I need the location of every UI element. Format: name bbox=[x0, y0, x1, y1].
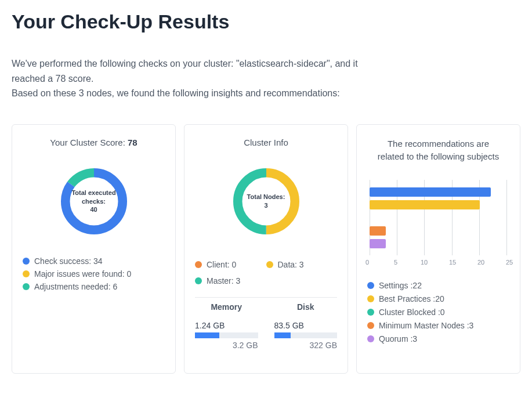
cluster-legend-item: Master: 3 bbox=[195, 276, 266, 285]
score-donut-center: Total executed checks: 40 bbox=[56, 164, 132, 239]
legend-dot-icon bbox=[367, 295, 374, 302]
x-tick-label: 25 bbox=[506, 259, 513, 266]
score-center-value: 40 bbox=[90, 205, 97, 214]
reco-bar-chart bbox=[370, 180, 507, 255]
cluster-heading: Cluster Info bbox=[195, 138, 337, 147]
score-center-label: Total executed checks: bbox=[64, 189, 124, 205]
legend-dot-icon bbox=[367, 335, 374, 342]
x-tick-label: 15 bbox=[449, 259, 456, 266]
reco-bar bbox=[370, 200, 480, 209]
disk-label: Disk bbox=[274, 302, 338, 312]
reco-legend-label: Best Practices :20 bbox=[379, 294, 444, 303]
reco-legend-item: Quorum :3 bbox=[367, 334, 509, 343]
score-legend-label: Check success: 34 bbox=[34, 256, 103, 266]
score-legend-item: Adjustments needed: 6 bbox=[23, 282, 165, 291]
legend-dot-icon bbox=[23, 258, 30, 265]
cluster-legend-item: Client: 0 bbox=[195, 260, 266, 269]
disk-resource: Disk 83.5 GB 322 GB bbox=[274, 302, 338, 350]
cluster-card: Cluster Info Total Nodes: 3 Client: 0Dat… bbox=[184, 124, 348, 374]
cluster-donut-center: Total Nodes: 3 bbox=[229, 164, 304, 239]
cluster-center-label: Total Nodes: bbox=[247, 193, 285, 201]
reco-card: The recommendations are related to the f… bbox=[356, 124, 520, 374]
legend-dot-icon bbox=[367, 322, 374, 329]
legend-dot-icon bbox=[195, 277, 202, 284]
legend-dot-icon bbox=[266, 261, 273, 268]
memory-resource: Memory 1.24 GB 3.2 GB bbox=[195, 302, 258, 350]
reco-bars bbox=[370, 180, 507, 255]
reco-legend-item: Cluster Blocked :0 bbox=[367, 308, 509, 317]
cluster-donut-chart: Total Nodes: 3 bbox=[229, 164, 304, 239]
score-legend-label: Adjustments needed: 6 bbox=[34, 282, 117, 291]
disk-used: 83.5 GB bbox=[274, 321, 338, 330]
cluster-legend-item: Data: 3 bbox=[266, 260, 338, 269]
disk-bar bbox=[274, 332, 338, 338]
score-donut-chart: Total executed checks: 40 bbox=[56, 164, 132, 239]
reco-legend: Settings :22Best Practices :20Cluster Bl… bbox=[367, 281, 509, 343]
reco-legend-item: Minimum Master Nodes :3 bbox=[367, 321, 509, 330]
score-legend-item: Check success: 34 bbox=[23, 256, 165, 266]
memory-label: Memory bbox=[195, 302, 258, 312]
reco-legend-item: Best Practices :20 bbox=[367, 294, 509, 303]
cluster-legend-label: Data: 3 bbox=[278, 260, 304, 269]
reco-bar bbox=[370, 226, 386, 236]
reco-legend-item: Settings :22 bbox=[367, 281, 509, 290]
intro-line-2: Based on these 3 nodes, we found the fol… bbox=[12, 86, 360, 101]
cards-row: Your Cluster Score: 78 Total executed ch… bbox=[12, 124, 520, 374]
cluster-center-value: 3 bbox=[264, 201, 267, 209]
x-tick-label: 0 bbox=[365, 259, 369, 266]
legend-dot-icon bbox=[23, 283, 30, 290]
memory-bar-fill bbox=[195, 332, 219, 338]
legend-dot-icon bbox=[23, 270, 30, 277]
x-tick-label: 10 bbox=[421, 259, 428, 266]
memory-bar bbox=[195, 332, 258, 338]
page-title: Your Check-Up Results bbox=[12, 10, 520, 33]
disk-bar-fill bbox=[274, 332, 291, 338]
intro-line-1: We've performed the following checks on … bbox=[12, 56, 360, 86]
legend-dot-icon bbox=[195, 261, 202, 268]
legend-dot-icon bbox=[367, 309, 374, 316]
reco-legend-label: Settings :22 bbox=[379, 281, 422, 290]
x-tick-label: 20 bbox=[477, 259, 484, 266]
disk-total: 322 GB bbox=[274, 341, 338, 350]
score-card: Your Cluster Score: 78 Total executed ch… bbox=[12, 124, 176, 374]
score-heading: Your Cluster Score: 78 bbox=[23, 138, 165, 147]
reco-heading: The recommendations are related to the f… bbox=[373, 138, 504, 163]
legend-dot-icon bbox=[367, 282, 374, 289]
memory-total: 3.2 GB bbox=[195, 341, 258, 350]
reco-legend-label: Quorum :3 bbox=[379, 334, 417, 343]
reco-xaxis: 0510152025 bbox=[367, 259, 509, 268]
intro-text: We've performed the following checks on … bbox=[12, 56, 360, 101]
cluster-legend-label: Client: 0 bbox=[207, 260, 236, 269]
score-legend-item: Major issues were found: 0 bbox=[23, 269, 165, 279]
resource-bars: Memory 1.24 GB 3.2 GB Disk 83.5 GB 322 G… bbox=[195, 297, 337, 350]
cluster-legend-label: Master: 3 bbox=[207, 276, 240, 285]
score-value: 78 bbox=[128, 138, 137, 147]
score-legend: Check success: 34Major issues were found… bbox=[23, 256, 165, 291]
score-heading-prefix: Your Cluster Score: bbox=[50, 138, 128, 147]
reco-bar bbox=[370, 239, 386, 248]
x-tick-label: 5 bbox=[394, 259, 397, 266]
score-legend-label: Major issues were found: 0 bbox=[34, 269, 131, 279]
memory-used: 1.24 GB bbox=[195, 321, 258, 330]
reco-legend-label: Minimum Master Nodes :3 bbox=[379, 321, 473, 330]
cluster-legend: Client: 0Data: 3Master: 3 bbox=[195, 256, 337, 289]
reco-legend-label: Cluster Blocked :0 bbox=[379, 308, 445, 317]
reco-bar bbox=[370, 187, 491, 197]
